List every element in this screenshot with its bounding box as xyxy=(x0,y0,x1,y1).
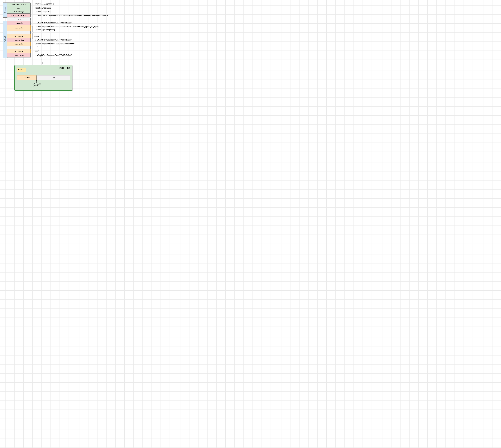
row-content-length: Content-Length xyxy=(7,10,31,14)
row-host: Host xyxy=(7,6,31,10)
payload-label-text: Payload xyxy=(4,36,6,43)
raw-line-2: Content-Length: 692 xyxy=(34,11,51,13)
chip-memory: Memory xyxy=(17,75,36,80)
row-crlf-3: CRLF xyxy=(7,46,31,49)
raw-line-10: ----WebKitFormBoundary7MA4YWxkTrZu0gW xyxy=(34,39,72,41)
row-item-content-1: Item Content xyxy=(7,34,31,38)
row-crlf-1: CRLF xyxy=(7,18,31,21)
raw-line-14: ----WebKitFormBoundary7MA4YWxkTrZu0gW xyxy=(34,54,72,56)
row-item-header-2: Item Header xyxy=(7,42,31,46)
raw-line-0: POST /upload HTTP/1.1 xyxy=(34,3,54,5)
raw-line-13: 000 xyxy=(34,50,38,52)
panel-title: DiskFileItem xyxy=(59,67,70,69)
raw-line-3: Content-Type: multipart/form-data; bound… xyxy=(34,14,108,16)
raw-line-1: Host: localhost:8098 xyxy=(34,7,51,9)
row-item-content-2: Item Content xyxy=(7,49,31,53)
threshold-note: sizeThreshold (default 0) xyxy=(30,83,43,87)
row-crlf-2: CRLF xyxy=(7,31,31,34)
raw-line-5: ----WebKitFormBoundary7MA4YWxkTrZu0gW xyxy=(34,22,72,24)
raw-line-7: Content-Type: image/png xyxy=(34,29,55,31)
row-content-type-boundary: Content-Type & Boundary xyxy=(7,14,31,17)
raw-line-6: Content-Disposition: form-data; name="av… xyxy=(34,26,99,28)
header-label-text: Header xyxy=(4,7,6,13)
row-field-boundary: Field Boundary xyxy=(7,38,31,42)
row-last-boundary: Last Boundary xyxy=(7,53,31,57)
diskfileitem-panel: DiskFileItem Headers Memory Disk sizeThr… xyxy=(15,65,72,91)
chip-headers: Headers xyxy=(17,67,26,72)
brace-icon xyxy=(31,26,33,39)
chip-disk: Disk xyxy=(36,75,70,80)
header-section-label: Header xyxy=(3,2,7,17)
row-method-path-version: Method Path Version xyxy=(7,2,31,6)
raw-line-9: (data) xyxy=(34,35,39,37)
diagram-stage: Header Payload Method Path Version Host … xyxy=(0,0,128,96)
raw-line-11: Content-Disposition: form-data; name="us… xyxy=(34,43,75,45)
payload-section-label: Payload xyxy=(3,21,7,58)
row-first-boundary: First Boundary xyxy=(7,21,31,25)
threshold-arrow-icon xyxy=(36,80,38,83)
row-item-header-1: Item Header xyxy=(7,25,31,31)
